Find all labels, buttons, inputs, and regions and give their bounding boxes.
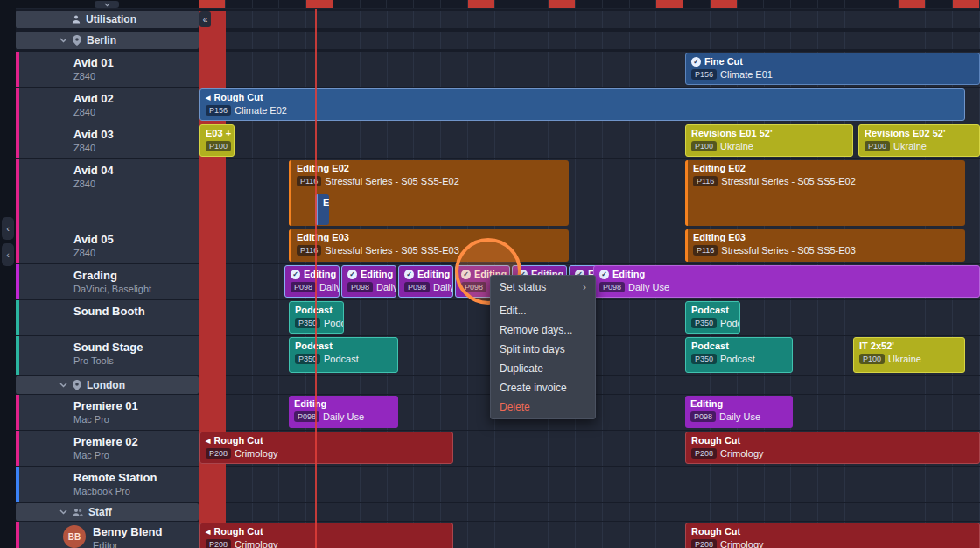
booking-block[interactable]: E… [315, 194, 329, 225]
booking-block[interactable]: Rough CutP208Crimology [685, 523, 980, 548]
timeline-header-cell[interactable] [953, 0, 980, 8]
booking-subline: P098Daily Use [404, 282, 449, 292]
booking-title-text: Podcast [691, 305, 729, 316]
menu-item-edit[interactable]: Edit... [491, 301, 595, 320]
booking-title-text: Editing E03 [297, 232, 349, 243]
timeline-header-cell[interactable] [199, 0, 226, 8]
resource-cell[interactable]: BBBenny BlendEditor [19, 522, 199, 548]
group-header-london[interactable]: London [16, 376, 199, 394]
timeline-header-cell[interactable] [683, 0, 710, 8]
resource-cell[interactable]: Sound StagePro Tools [19, 336, 199, 375]
booking-block[interactable]: Revisions E01 52'P100Ukraine [685, 124, 853, 157]
menu-item-delete[interactable]: Delete [491, 397, 595, 417]
schedule-row: Remote StationMacbook Pro [16, 467, 980, 502]
booking-subline: P116Stressful Series - S05 SS5-E02 [297, 176, 565, 186]
menu-item-set-status[interactable]: Set status› [491, 278, 595, 297]
timeline-header-cell[interactable] [387, 0, 414, 8]
booking-subtitle: Ukraine [888, 354, 921, 364]
booking-block[interactable]: Editing E02P116Stressful Series - S05 SS… [685, 160, 965, 226]
booking-title: ✓Editing [347, 269, 392, 280]
timeline-header-cell[interactable] [306, 0, 333, 8]
timeline-header-cell[interactable] [872, 0, 900, 8]
timeline-header-cell[interactable] [414, 0, 441, 8]
booking-subtitle: Crimology [720, 448, 764, 459]
resource-cell[interactable]: Avid 03Z840 [19, 123, 199, 158]
booking-block[interactable]: PodcastP350Podcast [685, 301, 740, 334]
booking-block[interactable]: Editing E03P116Stressful Series - S05 SS… [685, 229, 965, 262]
timeline-header-cell[interactable] [603, 0, 630, 8]
timeline-header-cell[interactable] [818, 0, 845, 8]
booking-block[interactable]: PodcastP350Podcast [289, 337, 398, 373]
menu-item-split-into-days[interactable]: Split into days [491, 340, 595, 359]
resource-cell[interactable]: Premiere 01Mac Pro [19, 395, 199, 430]
booking-block[interactable]: ✓EditingP098Daily Use [593, 265, 980, 298]
timeline-header-cell[interactable] [710, 0, 738, 8]
timeline-header-cell[interactable] [738, 0, 765, 8]
booking-block[interactable]: ◀Rough CutP208Crimology [200, 432, 453, 464]
timeline-header-cell[interactable] [899, 0, 926, 8]
resource-text: Avid 04Z840 [74, 164, 114, 190]
timeline-header-cell[interactable] [441, 0, 468, 8]
resource-cell[interactable]: Avid 05Z840 [19, 228, 199, 263]
timeline-header-cell[interactable] [360, 0, 388, 8]
group-header-staff[interactable]: Staff [16, 503, 199, 521]
group-label: London [87, 379, 125, 391]
resource-cell[interactable]: Avid 01Z840 [19, 52, 199, 87]
booking-block[interactable]: E03 +P100 [200, 124, 234, 157]
booking-title: E03 + [206, 128, 230, 139]
timeline-header-cell[interactable] [495, 0, 522, 8]
resource-cell[interactable]: GradingDaVinci, Baselight [19, 264, 199, 299]
timeline-header-cell[interactable] [279, 0, 306, 8]
booking-block[interactable]: EditingP098Daily Use [289, 396, 398, 428]
booking-block[interactable]: Editing E03P116Stressful Series - S05 SS… [289, 229, 569, 262]
timeline-header-cell[interactable] [630, 0, 657, 8]
booking-title: ✓Editing [290, 269, 335, 280]
menu-item-remove-days[interactable]: Remove days... [491, 320, 595, 340]
resource-cell[interactable]: Avid 04Z840 [19, 159, 199, 228]
booking-title: ◀Rough Cut [206, 435, 449, 446]
booking-block[interactable]: EditingP098Daily Use [685, 396, 793, 428]
timeline-header-cell[interactable] [845, 0, 872, 8]
timeline-header-cell[interactable] [468, 0, 495, 8]
resource-cell[interactable]: Avid 02Z840 [19, 88, 199, 123]
timeline-header-cell[interactable] [253, 0, 280, 8]
pin-icon [73, 380, 81, 390]
booking-title: Rough Cut [691, 435, 976, 446]
current-time-line [315, 0, 317, 548]
booking-block[interactable]: Rough CutP208Crimology [685, 432, 980, 464]
menu-item-create-invoice[interactable]: Create invoice [491, 378, 595, 397]
booking-block[interactable]: IT 2x52'P100Ukraine [853, 337, 965, 373]
project-badge: P098 [404, 282, 430, 292]
booking-block[interactable]: PodcastP350Podcast [685, 337, 793, 373]
booking-block[interactable]: ✓EditingP098Daily Use [284, 265, 340, 298]
group-header-berlin[interactable]: Berlin [16, 32, 199, 49]
sidebar-collapse-button[interactable]: « [200, 11, 211, 27]
resource-cell[interactable]: Premiere 02Mac Pro [19, 431, 199, 466]
timeline-header-cell[interactable] [791, 0, 818, 8]
resource-cell[interactable]: Sound Booth [19, 300, 199, 335]
resource-cell[interactable]: Remote StationMacbook Pro [19, 467, 199, 502]
booking-block[interactable]: ◀Rough CutP208Crimology [200, 523, 453, 548]
booking-block[interactable]: Revisions E02 52'P100Ukraine [858, 124, 980, 157]
booking-block[interactable]: ✓EditingP098Daily Use [398, 265, 453, 298]
resource-subtitle: Macbook Pro [74, 485, 157, 497]
timeline-header-cell[interactable] [576, 0, 603, 8]
timeline-header-cell[interactable] [656, 0, 683, 8]
timeline-header-cell[interactable] [226, 0, 253, 8]
panel-toggle-button[interactable]: ‹ [2, 217, 14, 240]
booking-block[interactable]: ✓EditingP098Daily Use [341, 265, 396, 298]
booking-block[interactable]: ✓Fine CutP156Climate E01 [685, 53, 980, 85]
menu-item-duplicate[interactable]: Duplicate [491, 359, 595, 378]
timeline-header-cell[interactable] [522, 0, 549, 8]
booking-subline: P098Daily Use [294, 411, 395, 422]
timeline-header-cell[interactable] [764, 0, 791, 8]
resource-subtitle: DaVinci, Baselight [74, 283, 151, 295]
panel-toggle-button[interactable]: ‹ [2, 243, 14, 266]
booking-block[interactable]: Editing E02P116Stressful Series - S05 SS… [289, 160, 569, 226]
resource-name: Avid 04 [74, 164, 114, 178]
timeline-header-cell[interactable] [333, 0, 360, 8]
view-dropdown-button[interactable] [94, 1, 119, 8]
timeline-header-cell[interactable] [926, 0, 953, 8]
timeline-header-cell[interactable] [549, 0, 576, 8]
utilisation-header[interactable]: Utilisation [16, 11, 199, 28]
